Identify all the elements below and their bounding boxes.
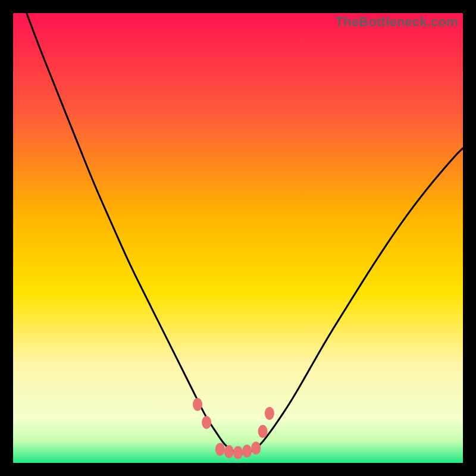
marker-right-upper <box>265 407 274 420</box>
marker-floor-2 <box>224 445 234 458</box>
marker-floor-4 <box>242 444 252 458</box>
marker-floor-3 <box>233 446 243 459</box>
marker-left-upper <box>193 398 202 411</box>
marker-right-lower <box>258 425 268 438</box>
chart-frame: TheBottleneck.com <box>0 0 476 476</box>
gradient-background <box>13 13 463 463</box>
bottleneck-chart <box>13 13 463 463</box>
marker-floor-5 <box>251 441 261 455</box>
marker-floor-1 <box>215 443 225 456</box>
plot-area: TheBottleneck.com <box>13 13 463 463</box>
marker-left-lower <box>202 416 211 429</box>
watermark-text: TheBottleneck.com <box>336 14 458 30</box>
